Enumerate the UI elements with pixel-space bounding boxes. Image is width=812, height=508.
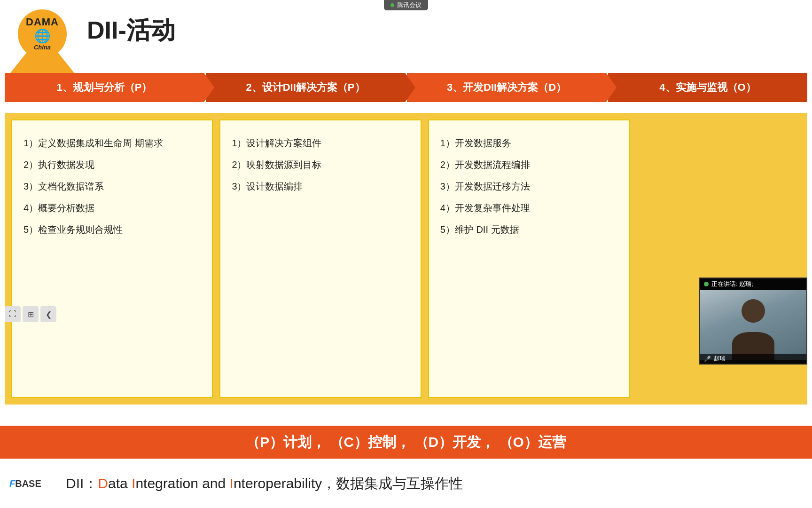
highlight-d: D <box>98 476 108 491</box>
video-topbar: 正在讲话: 赵瑞; <box>700 278 806 290</box>
footer-orange-banner: （P）计划， （C）控制， （D）开发， （O）运营 <box>0 426 812 459</box>
list-item: 3）开发数据迁移方法 <box>440 177 617 196</box>
logo-circle: DAMA 🌐 China <box>18 9 67 58</box>
list-item: 5）维护 DII 元数据 <box>440 220 617 239</box>
footer-white: FBASE DII：Data Integration and Interoper… <box>0 459 812 508</box>
process-step-1: 1、规划与分析（P） <box>5 73 204 102</box>
video-bottombar: 🎤 赵瑞 <box>700 354 806 364</box>
process-step-4: 4、实施与监视（O） <box>608 73 807 102</box>
video-green-dot <box>704 282 709 286</box>
list-item: 1）定义数据集成和生命周 期需求 <box>23 134 201 152</box>
content-box-2: 1）设计解决方案组件2）映射数据源到目标3）设计数据编排 <box>219 119 421 398</box>
person-head <box>742 299 765 323</box>
list-item: 1）设计解决方案组件 <box>232 134 409 152</box>
meeting-label: 腾讯会议 <box>397 1 422 9</box>
slide-area: DAMA 🌐 China DII-活动 1、规划与分析（P） 2、设计DII解决… <box>0 0 812 414</box>
bottom-toolbar: ⛶ ⊞ ❮ <box>5 306 56 322</box>
meeting-status-dot <box>390 3 394 7</box>
meeting-bar: 腾讯会议 <box>384 0 428 10</box>
list-item: 3）文档化数据谱系 <box>23 177 201 196</box>
video-face <box>700 290 806 360</box>
video-name-label: 赵瑞 <box>714 355 725 363</box>
fbase-logo: FBASE <box>9 478 41 489</box>
footer-orange-text: （P）计划， （C）控制， （D）开发， （O）运营 <box>246 433 566 452</box>
process-step-2: 2、设计DII解决方案（P） <box>206 73 405 102</box>
list-item: 2）映射数据源到目标 <box>232 155 409 174</box>
china-text: China <box>34 44 51 51</box>
list-item: 4）开发复杂事件处理 <box>440 198 617 217</box>
highlight-i1: I <box>132 476 135 491</box>
logo-area: DAMA 🌐 China <box>5 5 80 80</box>
process-bar: 1、规划与分析（P） 2、设计DII解决方案（P） 3、开发DII解决方案（D）… <box>5 73 807 102</box>
list-item: 3）设计数据编排 <box>232 177 409 196</box>
video-speaking-label: 正在讲话: 赵瑞; <box>711 280 753 288</box>
list-item: 4）概要分析数据 <box>23 198 201 217</box>
content-box-3: 1）开发数据服务2）开发数据流程编排3）开发数据迁移方法4）开发复杂事件处理5）… <box>428 119 630 398</box>
toolbar-btn-2[interactable]: ⊞ <box>23 306 39 322</box>
process-step-3: 3、开发DII解决方案（D） <box>407 73 606 102</box>
list-item: 2）执行数据发现 <box>23 155 201 174</box>
list-item: 5）检查业务规则合规性 <box>23 220 201 239</box>
toolbar-btn-1[interactable]: ⛶ <box>5 306 21 322</box>
content-box-1: 1）定义数据集成和生命周 期需求2）执行数据发现3）文档化数据谱系4）概要分析数… <box>11 119 213 398</box>
mic-icon: 🎤 <box>704 356 711 362</box>
dama-text: DAMA <box>26 17 59 27</box>
dii-description: DII：Data Integration and Interoperabilit… <box>66 474 463 493</box>
slide-title: DII-活动 <box>87 14 175 47</box>
list-item: 1）开发数据服务 <box>440 134 617 152</box>
highlight-i2: I <box>230 476 234 491</box>
toolbar-btn-3[interactable]: ❮ <box>40 306 56 322</box>
content-area: 1）定义数据集成和生命周 期需求2）执行数据发现3）文档化数据谱系4）概要分析数… <box>5 113 807 405</box>
video-overlay: 正在讲话: 赵瑞; 🎤 赵瑞 <box>699 278 807 365</box>
list-item: 2）开发数据流程编排 <box>440 155 617 174</box>
globe-icon: 🌐 <box>34 28 51 44</box>
